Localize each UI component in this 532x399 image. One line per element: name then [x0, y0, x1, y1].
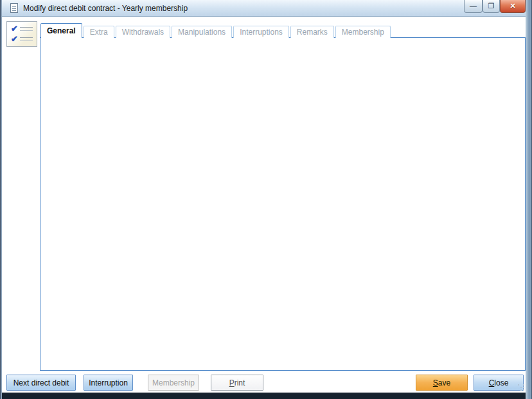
- tab-withdrawals[interactable]: Withdrawals: [116, 26, 170, 38]
- check-icon: ✔: [11, 35, 18, 44]
- tab-manipulations[interactable]: Manipulations: [172, 26, 232, 38]
- minimize-button[interactable]: —: [464, 0, 483, 13]
- next-direct-debit-button[interactable]: Next direct debit: [6, 375, 76, 391]
- maximize-button[interactable]: ❐: [483, 0, 500, 13]
- interruption-button[interactable]: Interruption: [84, 375, 133, 391]
- print-button[interactable]: Print: [211, 375, 263, 391]
- tab-remarks[interactable]: Remarks: [290, 26, 334, 38]
- text-lines-decoration: [20, 27, 33, 31]
- tab-membership[interactable]: Membership: [335, 26, 391, 38]
- close-window-button[interactable]: ✕: [500, 0, 526, 13]
- dialog-window: Modify direct debit contract - Yearly me…: [0, 0, 532, 399]
- check-icon: ✔: [11, 24, 18, 33]
- save-button[interactable]: Save: [416, 375, 468, 391]
- close-button[interactable]: Close: [474, 375, 524, 391]
- resize-grip[interactable]: [518, 384, 524, 391]
- window-document-icon: [10, 3, 18, 13]
- tab-page-general: [40, 37, 526, 371]
- tab-extra[interactable]: Extra: [84, 26, 114, 38]
- window-border-right: [526, 0, 532, 399]
- title-bar[interactable]: Modify direct debit contract - Yearly me…: [2, 0, 526, 17]
- window-title: Modify direct debit contract - Yearly me…: [23, 4, 188, 13]
- contract-checklist-icon: ✔ ✔: [6, 21, 37, 47]
- tab-interruptions[interactable]: Interruptions: [233, 26, 289, 38]
- tab-general[interactable]: General: [40, 23, 82, 38]
- text-lines-decoration: [20, 37, 33, 41]
- membership-button: Membership: [148, 375, 199, 391]
- tab-bar: General Extra Withdrawals Manipulations …: [40, 23, 392, 38]
